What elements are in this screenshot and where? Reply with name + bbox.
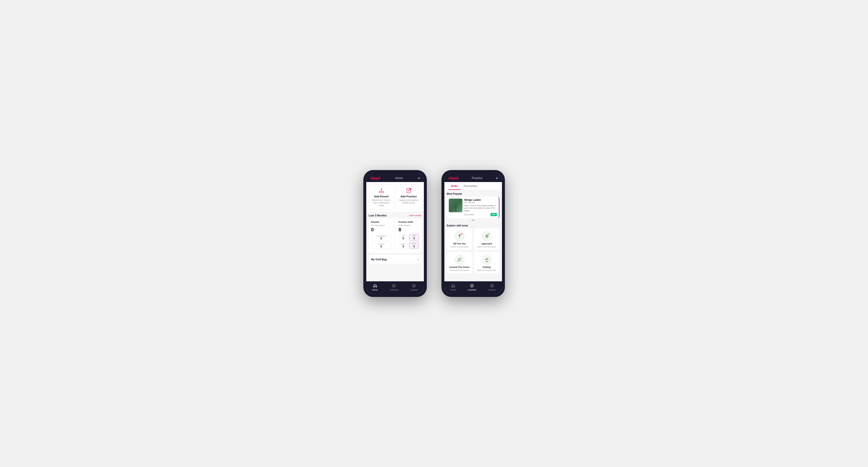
svg-line-17 xyxy=(456,207,457,208)
practice-label: Practice xyxy=(372,243,391,245)
golf-bag-label: My Golf Bag xyxy=(371,258,387,261)
svg-point-18 xyxy=(465,214,467,216)
card-info: Wedge Ladder 50–100 yds Play 1 shot at e… xyxy=(464,198,497,216)
skill-approach[interactable]: Approach Dial-in to hit the green xyxy=(474,228,499,250)
practice-box: Practice 0 xyxy=(371,242,392,249)
golf-bag-arrow: › xyxy=(418,258,419,261)
nav2-activities[interactable]: Activities xyxy=(468,283,476,291)
tournament-box: Tournament 0 xyxy=(371,234,392,241)
card-badge: APP xyxy=(491,213,497,216)
drills-label: Practice Drills xyxy=(399,221,419,223)
skill-putting[interactable]: Putting Make and lag practice xyxy=(474,252,499,273)
explore-label: Explore skill areas xyxy=(444,222,502,228)
tab-favourites[interactable]: Favourites xyxy=(461,182,480,190)
practice-bottom-nav: Home Activities xyxy=(444,281,502,294)
golf-bag-row[interactable]: My Golf Bag › xyxy=(369,255,422,264)
rounds-total: 0 xyxy=(371,227,392,232)
home-header: clippd Home ≡ xyxy=(366,173,424,182)
practice-value: 0 xyxy=(372,245,391,248)
add-round-icon xyxy=(378,187,385,194)
skill-name-arg: Around The Green xyxy=(449,266,469,269)
add-round-card[interactable]: Add Round Record your shots in fast or e… xyxy=(369,184,394,210)
add-round-desc: Record your shots in fast or enhanced mo… xyxy=(371,199,392,207)
skill-off-the-tee[interactable]: Off The Tee Power and accuracy xyxy=(447,228,472,250)
nav-home-label: Home xyxy=(372,289,378,291)
svg-line-16 xyxy=(456,209,457,211)
tournament-value: 0 xyxy=(372,237,391,240)
most-popular-label: Most Popular xyxy=(444,190,502,197)
app-value: 4 xyxy=(410,237,418,240)
card-shots: 9 shots xyxy=(464,214,474,216)
arg-label: ARG xyxy=(400,243,407,245)
app-label: APP xyxy=(410,235,418,237)
nav-activities[interactable]: Activities xyxy=(390,283,399,291)
skill-desc-putting: Make and lag practice xyxy=(477,269,496,271)
nav2-home-label: Home xyxy=(450,289,456,291)
phone-practice: clippd Practice ≡ Drills Favourites Most… xyxy=(441,170,505,297)
svg-point-44 xyxy=(487,259,488,259)
add-practice-card[interactable]: Add Practice Capture your practice off-t… xyxy=(396,184,422,210)
nav-capture[interactable]: Capture xyxy=(410,283,418,291)
tabs-bar: Drills Favourites xyxy=(444,182,502,190)
drills-capture-label: Drills Capture xyxy=(399,224,419,226)
view-activity-link[interactable]: View Activity xyxy=(409,214,422,217)
putt-value: 4 xyxy=(410,245,418,248)
rounds-label: Rounds xyxy=(371,221,392,223)
logo2: clippd xyxy=(448,176,458,180)
star-icon[interactable]: ☆ xyxy=(494,198,497,202)
stats-title: Last 3 Months xyxy=(369,214,387,217)
nav-activities-label: Activities xyxy=(390,289,399,291)
nav2-home[interactable]: Home xyxy=(450,283,456,291)
skill-around-green[interactable]: Around The Green Hone your short game xyxy=(447,252,472,273)
svg-point-40 xyxy=(482,255,492,264)
wedge-ladder-card[interactable]: Wedge Ladder 50–100 yds Play 1 shot at e… xyxy=(447,197,499,218)
action-cards: Add Round Record your shots in fast or e… xyxy=(366,182,424,212)
drills-total: 8 xyxy=(399,227,419,232)
svg-point-45 xyxy=(485,259,486,260)
approach-icon xyxy=(482,231,492,242)
arg-value: 0 xyxy=(400,245,407,248)
add-round-title: Add Round xyxy=(374,195,389,198)
svg-point-30 xyxy=(487,235,488,235)
dot-1 xyxy=(470,220,471,221)
home-nav-icon xyxy=(373,283,377,288)
nav-home[interactable]: Home xyxy=(372,283,378,291)
nav2-capture[interactable]: Capture xyxy=(488,283,496,291)
dot-2 xyxy=(472,220,474,221)
capture2-nav-icon xyxy=(490,283,494,288)
practice-header: clippd Practice ≡ xyxy=(444,173,502,182)
svg-point-42 xyxy=(486,258,487,259)
add-practice-title: Add Practice xyxy=(400,195,417,198)
skill-name-ott: Off The Tee xyxy=(453,242,466,245)
svg-point-12 xyxy=(455,204,456,206)
app-box: APP 4 xyxy=(409,234,419,241)
ott-value: 0 xyxy=(400,237,407,240)
around-green-icon xyxy=(454,254,465,265)
putt-label: PUTT xyxy=(410,243,418,245)
nav-capture-label: Capture xyxy=(410,289,418,291)
tournament-label: Tournament xyxy=(372,235,391,237)
home-bottom-nav: Home Activities xyxy=(366,281,424,294)
off-tee-icon xyxy=(454,231,465,242)
card-thumbnail xyxy=(449,198,462,212)
ott-box: OTT 0 xyxy=(399,234,408,241)
practice-menu-icon[interactable]: ≡ xyxy=(496,176,498,180)
stats-header: Last 3 Months View Activity xyxy=(366,212,424,218)
tab-drills[interactable]: Drills xyxy=(448,182,461,190)
logo: clippd xyxy=(370,176,380,180)
svg-point-43 xyxy=(487,258,488,259)
practice-page-title: Practice xyxy=(472,177,482,180)
skill-desc-arg: Hone your short game xyxy=(450,269,469,271)
card-title: Wedge Ladder xyxy=(464,198,497,201)
page-title: Home xyxy=(395,177,403,180)
ott-label: OTT xyxy=(400,235,407,237)
putting-icon xyxy=(482,254,492,265)
add-practice-desc: Capture your practice off-the-course xyxy=(398,199,419,204)
phone-home: clippd Home ≡ xyxy=(363,170,427,297)
rounds-col: Rounds Rounds Capture 0 Tournament 0 xyxy=(371,221,392,249)
svg-point-0 xyxy=(379,191,384,193)
menu-icon[interactable]: ≡ xyxy=(418,176,420,180)
skill-grid: Off The Tee Power and accuracy xyxy=(444,228,502,275)
home2-nav-icon xyxy=(451,283,456,288)
activities-nav-icon xyxy=(392,283,396,288)
